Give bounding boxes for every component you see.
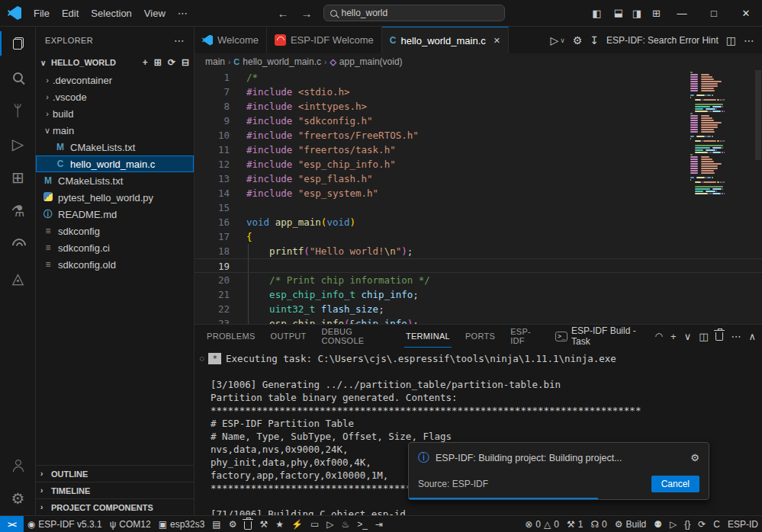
customize-layout-icon[interactable]: ⊞: [647, 5, 666, 21]
toggle-primary-sidebar-icon[interactable]: ◧: [587, 5, 606, 21]
code-line-13[interactable]: 13#include "esp_flash.h": [195, 171, 762, 186]
activity-explorer[interactable]: [0, 27, 36, 60]
menu-view[interactable]: View: [138, 5, 172, 22]
activity-esp-idf-explorer[interactable]: ◬: [0, 261, 36, 295]
status-flame[interactable]: ♨: [338, 516, 354, 532]
terminal-task-selector[interactable]: >_ ESP-IDF Build - Task ◠: [555, 325, 663, 347]
code-line-14[interactable]: 14#include "esp_system.h": [195, 186, 762, 200]
code-line-19[interactable]: 19: [195, 258, 762, 273]
status-esp-idf-status[interactable]: ESP-ID: [724, 516, 762, 532]
code-line-1[interactable]: 1/*: [195, 70, 762, 85]
minimap[interactable]: [690, 72, 753, 195]
activity-extensions[interactable]: ⊞: [0, 161, 36, 194]
tree-item-devcontainer[interactable]: ›.devcontainer: [36, 72, 194, 88]
menu-edit[interactable]: Edit: [56, 5, 85, 22]
status-sdk-configuration[interactable]: ⚙: [225, 516, 241, 532]
status-open-idf-terminal[interactable]: ⇥: [371, 516, 387, 532]
status-device-target[interactable]: ▣esp32s3: [155, 516, 209, 532]
code-line-17[interactable]: 17{: [195, 229, 762, 244]
close-icon[interactable]: ✕: [494, 36, 500, 46]
split-terminal-button[interactable]: ◫: [699, 331, 708, 342]
status-flash-device[interactable]: ⚡: [288, 516, 307, 532]
collapse-panel-button[interactable]: ∧: [748, 331, 756, 342]
status-tools-count[interactable]: ⚒1: [563, 516, 587, 532]
workspace-section-header[interactable]: ∨ HELLO_WORLD +⊞⟳⊟: [36, 53, 194, 72]
status-esp-idf-version[interactable]: ◉ESP-IDF v5.3.1: [24, 516, 106, 532]
forward-button[interactable]: →: [295, 5, 319, 21]
status-full-clean[interactable]: [240, 516, 256, 532]
breadcrumb-app-main-void[interactable]: ◇app_main(void): [330, 56, 402, 67]
panel-tab-debug-console[interactable]: DEBUG CONSOLE: [320, 325, 392, 348]
more-actions-button[interactable]: ⋯: [731, 331, 741, 342]
tree-item-main[interactable]: ∨main: [36, 122, 194, 139]
kill-terminal-button[interactable]: [715, 330, 723, 343]
status-star[interactable]: ★: [272, 516, 288, 532]
run-or-debug-button[interactable]: ▷∨: [550, 34, 564, 46]
code-editor[interactable]: 1/*7#include <stdio.h>8#include <inttype…: [195, 70, 762, 324]
new-folder-icon[interactable]: ⊞: [154, 57, 162, 68]
toggle-panel-icon[interactable]: ◧: [609, 3, 625, 23]
code-line-23[interactable]: 23 esp_chip_info(&chip_info);: [195, 316, 762, 324]
code-line-10[interactable]: 10#include "freertos/FreeRTOS.h": [195, 128, 762, 143]
menu-selection[interactable]: Selection: [85, 5, 137, 22]
tree-item-sdkconfig-old[interactable]: ≡sdkconfig.old: [36, 256, 194, 273]
notification-settings-icon[interactable]: ⚙: [690, 452, 699, 463]
more-actions-button[interactable]: ⋯: [744, 34, 754, 46]
maximize-button[interactable]: □: [698, 0, 730, 26]
tree-item-readme-md[interactable]: ⓘREADME.md: [36, 206, 194, 223]
code-line-12[interactable]: 12#include "esp_chip_info.h": [195, 157, 762, 171]
code-line-18[interactable]: 18 printf("Hello world!\n");: [195, 244, 762, 258]
refresh-icon[interactable]: ⟳: [168, 57, 175, 68]
status-flash-method[interactable]: ▤: [208, 516, 224, 532]
status-serial-port[interactable]: ψCOM12: [106, 516, 155, 532]
status-sync-indicator[interactable]: ⟳: [694, 516, 709, 532]
activity-manage-settings[interactable]: ⚙: [0, 482, 36, 515]
status-language-mode[interactable]: C: [709, 516, 724, 532]
status-problems[interactable]: ⊗0△0: [521, 516, 563, 532]
breadcrumb-main[interactable]: main: [205, 56, 225, 67]
back-button[interactable]: ←: [272, 5, 295, 21]
search-error-hint-button[interactable]: ESP-IDF: Search Error Hint: [606, 35, 719, 46]
esp-idf-settings-button[interactable]: ⚙: [573, 34, 583, 46]
panel-tab-ports[interactable]: PORTS: [464, 325, 497, 348]
tab-welcome[interactable]: Welcome: [195, 27, 267, 53]
code-line-9[interactable]: 9#include "sdkconfig.h": [195, 114, 762, 128]
panel-tab-esp-idf[interactable]: ESP-IDF: [509, 325, 543, 348]
new-file-icon[interactable]: +: [143, 57, 148, 68]
code-line-8[interactable]: 8#include <inttypes.h>: [195, 99, 762, 114]
tree-item-sdkconfig-ci[interactable]: ≡sdkconfig.ci: [36, 239, 194, 256]
section-timeline[interactable]: ›TIMELINE: [36, 482, 194, 498]
section-project-components[interactable]: ›PROJECT COMPONENTS: [36, 498, 194, 515]
status-terminal[interactable]: >_: [353, 516, 371, 532]
status-bug-status[interactable]: ⚉: [650, 516, 666, 532]
tree-item-pytest-hello-world-py[interactable]: pytest_hello_world.py: [36, 189, 194, 206]
tree-item-cmakelists-txt[interactable]: MCMakeLists.txt: [36, 139, 194, 155]
close-button[interactable]: ✕: [730, 0, 762, 26]
tab-esp-idf-welcome[interactable]: ESP-IDF Welcome: [267, 27, 382, 53]
code-line-7[interactable]: 7#include <stdio.h>: [195, 85, 762, 99]
code-line-20[interactable]: 20 /* Print chip information */: [195, 273, 762, 287]
panel-tab-output[interactable]: OUTPUT: [269, 325, 308, 348]
status-braces-indicator[interactable]: {}: [680, 516, 694, 532]
install-download-button[interactable]: ↧: [590, 34, 599, 46]
explorer-more-actions[interactable]: ⋯: [174, 34, 185, 46]
tree-item-sdkconfig[interactable]: ≡sdkconfig: [36, 223, 194, 239]
split-editor-button[interactable]: ◫: [726, 34, 736, 46]
collapse-all-icon[interactable]: ⊟: [182, 57, 189, 68]
terminal-dropdown-button[interactable]: ∨: [684, 331, 692, 342]
status-monitor-device[interactable]: ▭: [307, 516, 323, 532]
tree-item-vscode[interactable]: ›.vscode: [36, 88, 194, 105]
status-play-status[interactable]: ▷: [666, 516, 680, 532]
tree-item-hello-world-main-c[interactable]: Chello_world_main.c: [36, 155, 194, 172]
activity-accounts[interactable]: [0, 448, 36, 482]
section-outline[interactable]: ›OUTLINE: [36, 465, 194, 482]
new-terminal-button[interactable]: +: [670, 331, 677, 342]
code-line-22[interactable]: 22 uint32_t flash_size;: [195, 302, 762, 316]
tree-item-cmakelists-txt[interactable]: MCMakeLists.txt: [36, 172, 194, 189]
status-build-status[interactable]: ⚙Build: [611, 516, 650, 532]
minimize-button[interactable]: —: [666, 0, 698, 26]
code-line-21[interactable]: 21 esp_chip_info_t chip_info;: [195, 287, 762, 302]
code-line-11[interactable]: 11#include "freertos/task.h": [195, 143, 762, 157]
breadcrumb-hello-world-main-c[interactable]: Chello_world_main.c: [233, 56, 321, 67]
activity-espressif[interactable]: [0, 228, 36, 261]
